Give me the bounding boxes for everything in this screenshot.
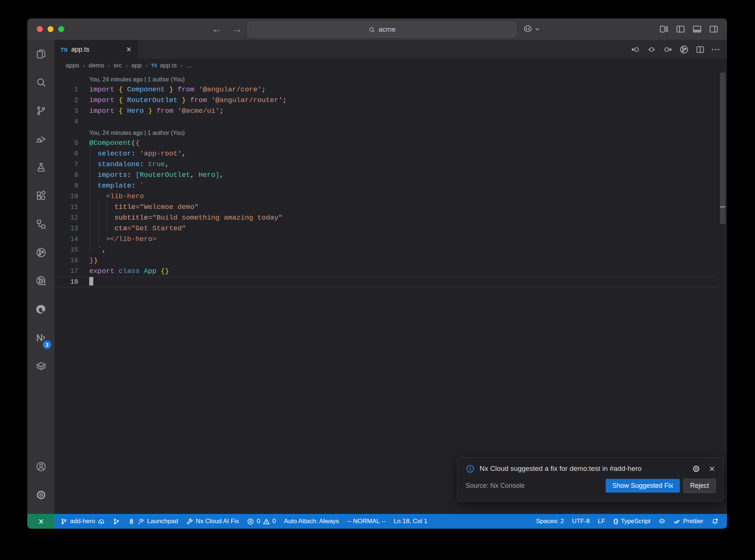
wrench-icon: [186, 518, 193, 525]
line-number: 15: [55, 245, 89, 255]
activity-source-control[interactable]: [32, 101, 50, 120]
notification-close-icon[interactable]: ×: [709, 464, 715, 473]
activity-testing[interactable]: [32, 158, 50, 176]
code-line-3[interactable]: 3import { Hero } from '@acme/ui';: [55, 106, 718, 116]
code-line-13[interactable]: 13 cta="Get Started": [55, 223, 718, 234]
breadcrumb-app[interactable]: app: [131, 62, 142, 69]
notification-title: Nx Cloud suggested a fix for demo:test i…: [480, 465, 641, 473]
breadcrumb-[interactable]: …: [186, 62, 192, 69]
code-line-11[interactable]: 11 title="Welcmoe demo": [55, 202, 718, 213]
split-editor-icon[interactable]: [695, 45, 705, 55]
close-window-button[interactable]: [37, 26, 43, 32]
breadcrumb-src[interactable]: src: [114, 62, 122, 69]
activity-run-debug[interactable]: [32, 130, 50, 148]
status-indentation[interactable]: Spaces: 2: [532, 514, 568, 529]
line-content: subtitle="Build something amazing today": [89, 213, 283, 223]
breadcrumb-app.ts[interactable]: TSapp.ts: [151, 62, 177, 69]
status-encoding[interactable]: UTF-8: [568, 514, 594, 529]
copilot-menu[interactable]: [523, 18, 540, 40]
files-icon: [35, 48, 47, 60]
nav-forward-icon[interactable]: [663, 45, 673, 55]
activity-edge-browser[interactable]: [32, 300, 50, 318]
code-line-8[interactable]: 8 imports: [RouterOutlet, Hero],: [55, 170, 718, 181]
activity-source-control-graph[interactable]: [32, 243, 50, 262]
error-circle-icon: [247, 518, 254, 525]
code-line-14[interactable]: 14 ></lib-hero>: [55, 234, 718, 245]
activity-accounts[interactable]: [32, 457, 50, 476]
activity-search[interactable]: [32, 73, 50, 91]
code-line-16[interactable]: 16}): [55, 255, 718, 266]
code-line-17[interactable]: 17export class App {}: [55, 266, 718, 277]
status-vim-mode[interactable]: -- NORMAL --: [343, 514, 390, 529]
activity-nx-console[interactable]: 3: [32, 328, 50, 347]
layout-controls: [659, 18, 719, 40]
code-line-10[interactable]: 10 <lib-hero: [55, 191, 718, 202]
debug-icon: [35, 133, 47, 145]
activity-references[interactable]: [32, 215, 50, 233]
status-notifications[interactable]: [707, 514, 723, 529]
line-number: 16: [55, 255, 89, 266]
tab-close-icon[interactable]: ×: [126, 45, 131, 54]
reject-button[interactable]: Reject: [683, 479, 716, 493]
status-formatter[interactable]: Prettier: [669, 514, 707, 529]
activity-extensions[interactable]: [32, 186, 50, 205]
screen: ← → acme 3 TS: [0, 0, 755, 560]
notification-settings-gear-icon[interactable]: [692, 465, 700, 473]
activity-settings[interactable]: [32, 486, 50, 504]
code-line-5[interactable]: 5@Component({: [55, 138, 718, 148]
status-auto-attach[interactable]: Auto Attach: Always: [280, 514, 343, 529]
code-line-9[interactable]: 9 template: `: [55, 181, 718, 191]
navigate-back-icon[interactable]: ←: [212, 24, 222, 35]
customize-layout-icon[interactable]: [659, 24, 669, 34]
minimize-window-button[interactable]: [48, 26, 53, 32]
activity-explorer[interactable]: [32, 45, 50, 63]
toggle-primary-sidebar-icon[interactable]: [675, 24, 686, 34]
breadcrumb-label: apps: [66, 62, 79, 69]
status-problems[interactable]: 00: [243, 514, 280, 529]
code-line-2[interactable]: 2import { RouterOutlet } from '@angular/…: [55, 95, 718, 106]
status-nx-cloud-ai-fix[interactable]: Nx Cloud AI Fix: [182, 514, 243, 529]
vscode-window: ← → acme 3 TS: [27, 18, 727, 529]
activity-gitlens-search[interactable]: [32, 272, 50, 290]
line-content: `,: [89, 245, 106, 255]
code-line-15[interactable]: 15 `,: [55, 245, 718, 255]
copilot-small-icon: [658, 518, 665, 525]
code-line-1[interactable]: 1import { Component } from '@angular/cor…: [55, 84, 718, 95]
editor[interactable]: You, 24 minutes ago | 1 author (You)1imp…: [55, 72, 727, 514]
titlebar: ← → acme: [27, 18, 727, 40]
breadcrumb-demo[interactable]: demo: [88, 62, 104, 69]
line-content: import { RouterOutlet } from '@angular/r…: [89, 95, 287, 106]
source-control-graph-icon[interactable]: [679, 45, 689, 55]
status-copilot[interactable]: [654, 514, 669, 529]
code-line-4[interactable]: 4: [55, 116, 718, 127]
scrollbar-thumb[interactable]: [720, 73, 726, 224]
tab-app-ts[interactable]: TS app.ts ×: [55, 40, 138, 59]
blame-annotation: You, 24 minutes ago | 1 author (You): [55, 127, 718, 138]
line-number: 9: [55, 181, 89, 191]
show-suggested-fix-button[interactable]: Show Suggested Fix: [606, 479, 680, 493]
remote-indicator[interactable]: [27, 514, 55, 529]
code-line-7[interactable]: 7 standalone: true,: [55, 159, 718, 170]
linked-squares-icon: [35, 218, 47, 230]
status-cursor-position[interactable]: Ln 18, Col 1: [390, 514, 432, 529]
status-source-control-graph[interactable]: [109, 514, 124, 529]
nav-current-icon[interactable]: [647, 45, 657, 55]
code-line-18[interactable]: 18: [55, 277, 718, 287]
zoom-window-button[interactable]: [58, 26, 64, 32]
status-eol[interactable]: LF: [594, 514, 609, 529]
more-actions-icon[interactable]: ···: [711, 45, 720, 54]
line-number: 11: [55, 202, 89, 213]
toggle-secondary-sidebar-icon[interactable]: [709, 24, 719, 34]
toggle-panel-icon[interactable]: [692, 24, 702, 34]
activity-containers[interactable]: [32, 357, 50, 375]
code-line-12[interactable]: 12 subtitle="Build something amazing tod…: [55, 213, 718, 223]
indent-guide: [90, 147, 90, 253]
status-language-mode[interactable]: {}TypeScript: [609, 514, 655, 529]
code-line-6[interactable]: 6 selector: 'app-root',: [55, 148, 718, 159]
command-center[interactable]: acme: [248, 22, 516, 37]
breadcrumb-apps[interactable]: apps: [66, 62, 79, 69]
nav-back-icon[interactable]: [630, 45, 640, 55]
navigate-forward-icon[interactable]: →: [232, 24, 242, 35]
status-launchpad[interactable]: Launchpad: [124, 514, 182, 529]
status-branch-add-hero[interactable]: add-hero: [56, 514, 109, 529]
